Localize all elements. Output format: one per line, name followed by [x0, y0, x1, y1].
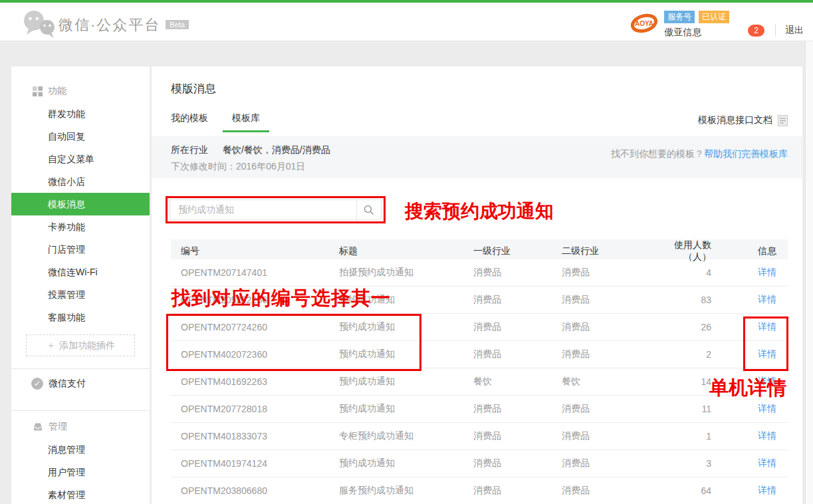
improve-library-link[interactable]: 帮助我们完善模板库 — [704, 148, 788, 159]
detail-link[interactable]: 详情 — [758, 348, 776, 359]
add-plugin-button[interactable]: 添加功能插件 — [26, 334, 135, 356]
column-header-secondary-industry: 二级行业 — [562, 245, 655, 257]
beta-badge: Beta — [166, 20, 189, 29]
header-divider — [775, 25, 776, 36]
next-change-time: 下次修改时间：2016年06月01日 — [171, 161, 305, 173]
table-row: OPENTM402072360 预约成功通知 消费品 消费品 2 详情 — [171, 341, 788, 368]
tab-bar: 我的模板 模板库 — [171, 112, 284, 132]
template-title: 预约成功通知 — [339, 321, 473, 333]
tab-template-library[interactable]: 模板库 — [232, 112, 260, 132]
detail-link[interactable]: 详情 — [758, 403, 776, 414]
column-header-title: 标题 — [339, 245, 473, 257]
sidebar-item-material-management[interactable]: 素材管理 — [11, 483, 150, 504]
top-header: 微信·公众平台Beta AOYA 服务号 已认证 傲亚信息 2 退出 — [0, 0, 813, 41]
secondary-industry: 消费品 — [562, 403, 655, 415]
user-count: 64 — [655, 485, 721, 496]
industry-value: 餐饮/餐饮，消费品/消费品 — [223, 144, 330, 155]
table-row: OPENTM205292256 预约成功通知 消费品 消费品 83 详情 — [171, 287, 788, 314]
secondary-industry: 消费品 — [562, 457, 655, 469]
wechat-pay-icon — [31, 378, 43, 390]
account-info: 服务号 已认证 傲亚信息 — [664, 11, 729, 39]
table-row: OPENTM203806680 服务预约成功通知 消费品 消费品 64 详情 — [171, 477, 788, 504]
template-id: OPENTM401974124 — [171, 458, 339, 469]
secondary-industry: 消费品 — [562, 267, 655, 279]
notification-badge[interactable]: 2 — [748, 25, 764, 37]
template-title: 预约成功通知 — [339, 376, 473, 388]
inbox-icon — [33, 422, 43, 432]
template-id: OPENTM401692263 — [171, 376, 339, 387]
document-icon — [778, 115, 788, 126]
template-title: 预约成功通知 — [339, 457, 473, 469]
detail-link[interactable]: 详情 — [758, 294, 776, 305]
secondary-industry: 消费品 — [562, 321, 655, 333]
primary-industry: 餐饮 — [473, 376, 562, 388]
svg-text:AOYA: AOYA — [635, 20, 653, 27]
template-id: OPENTM207147401 — [171, 267, 339, 278]
tab-my-templates[interactable]: 我的模板 — [171, 112, 208, 132]
table-row: OPENTM401692263 预约成功通知 餐饮 餐饮 14 详情 — [171, 368, 788, 396]
template-id: OPENTM205292256 — [171, 295, 339, 305]
sidebar-section-label: 管理 — [49, 421, 67, 433]
sidebar-item-user-management[interactable]: 用户管理 — [11, 461, 150, 483]
table-row: OPENTM207724260 预约成功通知 消费品 消费品 26 详情 — [171, 314, 788, 341]
column-header-info: 信息 — [721, 245, 788, 257]
industry-info-bar: 所在行业 餐饮/餐饮，消费品/消费品 下次修改时间：2016年06月01日 找不… — [152, 136, 802, 178]
main-panel: 模版消息 我的模板 模板库 模板消息接口文档 所在行业 餐饮/餐饮，消费品/消费… — [152, 66, 802, 504]
sidebar-item-store-management[interactable]: 门店管理 — [11, 238, 150, 261]
sidebar-item-wifi[interactable]: 微信连Wi-Fi — [11, 261, 150, 283]
sidebar-section-functions: 功能 — [11, 80, 150, 102]
table-row: OPENTM207147401 拍摄预约成功通知 消费品 消费品 4 详情 — [171, 259, 788, 287]
template-table: 编号 标题 一级行业 二级行业 使用人数（人） 信息 OPENTM2071474… — [171, 239, 788, 504]
wechat-mp-screen: 微信·公众平台Beta AOYA 服务号 已认证 傲亚信息 2 退出 — [0, 0, 813, 504]
detail-link[interactable]: 详情 — [758, 430, 776, 441]
detail-link[interactable]: 详情 — [758, 457, 776, 468]
user-count: 4 — [655, 267, 721, 278]
sidebar-item-voting[interactable]: 投票管理 — [11, 283, 150, 306]
search-icon — [364, 205, 374, 215]
detail-link[interactable]: 详情 — [758, 321, 776, 332]
user-count: 2 — [655, 349, 721, 360]
sidebar-item-customer-service[interactable]: 客服功能 — [11, 306, 150, 328]
annotation-search-note: 搜索预约成功通知 — [405, 199, 554, 224]
sidebar: 功能 群发功能 自动回复 自定义菜单 微信小店 模板消息 卡券功能 门店管理 微… — [11, 66, 150, 504]
column-header-id: 编号 — [171, 245, 339, 257]
sidebar-item-custom-menu[interactable]: 自定义菜单 — [11, 148, 150, 170]
user-count: 83 — [655, 295, 721, 305]
primary-industry: 消费品 — [473, 294, 562, 306]
detail-link[interactable]: 详情 — [758, 267, 776, 277]
table-row: OPENTM207728018 预约成功通知 消费品 消费品 11 详情 — [171, 396, 788, 423]
template-id: OPENTM207724260 — [171, 322, 339, 332]
template-id: OPENTM401833073 — [171, 431, 339, 441]
template-title: 预约成功通知 — [339, 348, 473, 360]
primary-industry: 消费品 — [473, 485, 562, 497]
user-count: 1 — [655, 431, 721, 441]
secondary-industry: 消费品 — [562, 485, 655, 497]
sidebar-item-template-message[interactable]: 模板消息 — [11, 193, 150, 215]
account-name: 傲亚信息 — [664, 27, 729, 39]
detail-link[interactable]: 详情 — [758, 376, 776, 386]
sidebar-item-wechat-pay[interactable]: 微信支付 — [11, 369, 150, 398]
page-title: 模版消息 — [171, 81, 216, 96]
detail-link[interactable]: 详情 — [758, 485, 776, 495]
template-title: 拍摄预约成功通知 — [339, 267, 473, 279]
user-count: 3 — [655, 458, 721, 469]
user-count: 11 — [655, 404, 721, 414]
sidebar-item-message-management[interactable]: 消息管理 — [11, 438, 150, 461]
help-line: 找不到你想要的模板？帮助我们完善模板库 — [611, 148, 788, 160]
template-id: OPENTM203806680 — [171, 485, 339, 496]
user-count: 26 — [655, 322, 721, 332]
search-button[interactable] — [356, 200, 381, 219]
sidebar-item-mass-send[interactable]: 群发功能 — [11, 102, 150, 125]
sidebar-item-wechat-store[interactable]: 微信小店 — [11, 170, 150, 193]
service-account-badge: 服务号 — [664, 11, 695, 23]
logout-link[interactable]: 退出 — [785, 25, 804, 37]
search-input[interactable] — [170, 200, 356, 219]
api-doc-link[interactable]: 模板消息接口文档 — [698, 114, 788, 126]
account-area: AOYA 服务号 已认证 傲亚信息 2 退出 — [630, 8, 804, 39]
secondary-industry: 餐饮 — [562, 376, 655, 388]
page-scrollbar[interactable] — [805, 41, 813, 504]
sidebar-item-card-coupon[interactable]: 卡券功能 — [11, 215, 150, 238]
sidebar-item-auto-reply[interactable]: 自动回复 — [11, 125, 150, 148]
grid-icon — [33, 86, 43, 96]
primary-industry: 消费品 — [473, 403, 562, 415]
